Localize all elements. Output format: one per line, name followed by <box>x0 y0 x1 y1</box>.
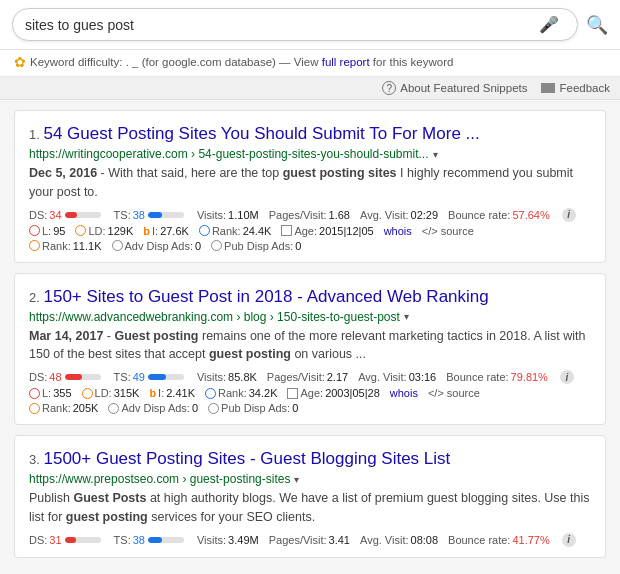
metric-L-r1: L:95 <box>29 225 65 237</box>
search-input-wrapper[interactable]: 🎤 <box>12 8 578 41</box>
metric-visits-r3: Visits: 3.49M <box>197 534 259 546</box>
metrics-row2-r2: L:355 LD:315K b I:2.41K Rank:34.2K Age:2… <box>29 387 591 399</box>
metric-pages-r2: Pages/Visit: 2.17 <box>267 371 348 383</box>
metric-pub-r2: Pub Disp Ads:0 <box>208 402 298 414</box>
metric-ds-r1: DS: 34 <box>29 209 104 221</box>
result-desc-3: Publish Guest Posts at high authority bl… <box>29 489 591 527</box>
result-item-2: 2. 150+ Sites to Guest Post in 2018 - Ad… <box>14 273 606 426</box>
metric-whois-r2[interactable]: whois <box>390 387 418 399</box>
result-title-row-3: 3. 1500+ Guest Posting Sites - Guest Blo… <box>29 448 591 470</box>
top-bar: ? About Featured Snippets Feedback <box>0 77 620 100</box>
result-title-row-1: 1. 54 Guest Posting Sites You Should Sub… <box>29 123 591 145</box>
metric-avgvisit-r2: Avg. Visit: 03:16 <box>358 371 436 383</box>
question-icon: ? <box>382 81 396 95</box>
result-url-row-3: https://www.prepostseo.com › guest-posti… <box>29 472 591 486</box>
flag-icon <box>541 83 555 93</box>
metric-pages-r3: Pages/Visit: 3.41 <box>269 534 350 546</box>
metric-pub-r1: Pub Disp Ads:0 <box>211 240 301 252</box>
info-icon-r2[interactable]: i <box>560 370 574 384</box>
result-url-3: https://www.prepostseo.com › guest-posti… <box>29 472 290 486</box>
metric-ld-r2: LD:315K <box>82 387 140 399</box>
metric-rank-r2: Rank:34.2K <box>205 387 278 399</box>
result-url-2: https://www.advancedwebranking.com › blo… <box>29 310 400 324</box>
metrics-row1-r2: DS: 48 TS: 49 Visits: 85.8K Pages/Visit:… <box>29 370 591 384</box>
metric-ts-r2: TS: 49 <box>114 371 187 383</box>
metrics-row2-r1: L:95 LD:129K b I:27.6K Rank:24.4K Age:20… <box>29 225 591 237</box>
result-url-row-1: https://writingcooperative.com › 54-gues… <box>29 147 591 161</box>
about-featured-snippets-label: About Featured Snippets <box>400 82 527 94</box>
full-report-link[interactable]: full report <box>322 56 370 68</box>
result-url-dropdown-2[interactable]: ▾ <box>404 311 409 322</box>
feedback-label: Feedback <box>559 82 610 94</box>
keyword-difficulty-icon: ✿ <box>14 54 26 70</box>
metric-rank2-r2: Rank:205K <box>29 402 98 414</box>
metric-source-r2[interactable]: </> source <box>428 387 480 399</box>
result-url-dropdown-3[interactable]: ▾ <box>294 474 299 485</box>
metric-visits-r1: Visits: 1.10M <box>197 209 259 221</box>
metric-i-r2: b I:2.41K <box>149 387 195 399</box>
metrics-row1-r1: DS: 34 TS: 38 Visits: 1.10M Pages/Visit:… <box>29 208 591 222</box>
result-desc-2: Mar 14, 2017 - Guest posting remains one… <box>29 327 591 365</box>
metric-age-r1: Age:2015|12|05 <box>281 225 373 237</box>
info-icon-r3[interactable]: i <box>562 533 576 547</box>
metric-avgvisit-r3: Avg. Visit: 08:08 <box>360 534 438 546</box>
metric-adv-r2: Adv Disp Ads:0 <box>108 402 198 414</box>
mic-icon[interactable]: 🎤 <box>539 15 559 34</box>
metric-ts-r1: TS: 38 <box>114 209 187 221</box>
metric-ds-r3: DS: 31 <box>29 534 104 546</box>
result-title-link-3[interactable]: 1500+ Guest Posting Sites - Guest Bloggi… <box>43 449 450 468</box>
metric-rank-r1: Rank:24.4K <box>199 225 272 237</box>
about-featured-snippets[interactable]: ? About Featured Snippets <box>382 81 527 95</box>
results-area: 1. 54 Guest Posting Sites You Should Sub… <box>0 100 620 558</box>
metric-whois-r1[interactable]: whois <box>384 225 412 237</box>
info-icon-r1[interactable]: i <box>562 208 576 222</box>
keyword-bar: ✿ Keyword difficulty: . _ (for google.co… <box>0 50 620 77</box>
metric-visits-r2: Visits: 85.8K <box>197 371 257 383</box>
metric-avgvisit-r1: Avg. Visit: 02:29 <box>360 209 438 221</box>
metric-i-r1: b I:27.6K <box>143 225 189 237</box>
result-number-3: 3. <box>29 452 43 467</box>
metric-ts-r3: TS: 38 <box>114 534 187 546</box>
search-input[interactable] <box>25 17 539 33</box>
feedback-button[interactable]: Feedback <box>541 82 610 94</box>
metric-adv-r1: Adv Disp Ads:0 <box>112 240 202 252</box>
result-title-row-2: 2. 150+ Sites to Guest Post in 2018 - Ad… <box>29 286 591 308</box>
keyword-difficulty-text: Keyword difficulty: . _ (for google.com … <box>30 56 453 68</box>
metric-age-r2: Age:2003|05|28 <box>287 387 379 399</box>
result-title-link-2[interactable]: 150+ Sites to Guest Post in 2018 - Advan… <box>43 287 488 306</box>
metrics-row3-r1: Rank:11.1K Adv Disp Ads:0 Pub Disp Ads:0 <box>29 240 591 252</box>
search-bar: 🎤 🔍 <box>0 0 620 50</box>
metric-bounce-r2: Bounce rate: 79.81% <box>446 371 548 383</box>
search-button[interactable]: 🔍 <box>586 14 608 36</box>
result-number-1: 1. <box>29 127 43 142</box>
metric-rank2-r1: Rank:11.1K <box>29 240 102 252</box>
metric-source-r1[interactable]: </> source <box>422 225 474 237</box>
metric-ds-r2: DS: 48 <box>29 371 104 383</box>
metric-bounce-r1: Bounce rate: 57.64% <box>448 209 550 221</box>
result-title-link-1[interactable]: 54 Guest Posting Sites You Should Submit… <box>43 124 479 143</box>
result-url-row-2: https://www.advancedwebranking.com › blo… <box>29 310 591 324</box>
metric-L-r2: L:355 <box>29 387 72 399</box>
metrics-row1-r3: DS: 31 TS: 38 Visits: 3.49M Pages/Visit:… <box>29 533 591 547</box>
metric-pages-r1: Pages/Visit: 1.68 <box>269 209 350 221</box>
result-desc-1: Dec 5, 2016 - With that said, here are t… <box>29 164 591 202</box>
metrics-row3-r2: Rank:205K Adv Disp Ads:0 Pub Disp Ads:0 <box>29 402 591 414</box>
metric-bounce-r3: Bounce rate: 41.77% <box>448 534 550 546</box>
result-item-3: 3. 1500+ Guest Posting Sites - Guest Blo… <box>14 435 606 558</box>
result-url-dropdown-1[interactable]: ▾ <box>433 149 438 160</box>
result-url-1: https://writingcooperative.com › 54-gues… <box>29 147 429 161</box>
result-item-1: 1. 54 Guest Posting Sites You Should Sub… <box>14 110 606 263</box>
result-number-2: 2. <box>29 290 43 305</box>
metric-ld-r1: LD:129K <box>75 225 133 237</box>
